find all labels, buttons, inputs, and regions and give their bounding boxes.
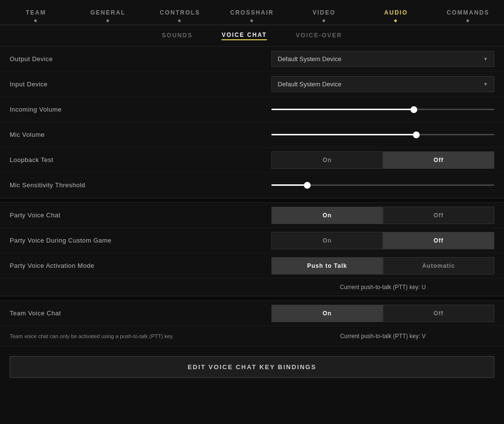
party-voice-custom-toggle: On Off xyxy=(271,232,494,249)
party-voice-activation-row: Party Voice Activation Mode Push to Talk… xyxy=(0,253,504,278)
party-voice-chat-toggle: On Off xyxy=(271,207,494,224)
slider-track-3 xyxy=(271,184,494,186)
nav-item-audio[interactable]: AUDIO xyxy=(360,0,432,25)
party-voice-chat-row: Party Voice Chat On Off xyxy=(0,203,504,228)
section-separator-1 xyxy=(0,198,504,203)
mic-volume-row: Mic Volume xyxy=(0,122,504,147)
party-voice-chat-label: Party Voice Chat xyxy=(10,212,271,219)
party-voice-activation-label: Party Voice Activation Mode xyxy=(10,262,271,269)
team-voice-on-button[interactable]: On xyxy=(271,305,383,322)
input-device-row: Input Device Default System Device ▼ xyxy=(0,72,504,97)
slider-track xyxy=(271,109,494,110)
team-voice-chat-row: Team Voice Chat On Off xyxy=(0,301,504,326)
nav-item-team[interactable]: TEAM xyxy=(0,0,72,25)
tab-voice-over[interactable]: VOICE-OVER xyxy=(296,32,342,40)
mic-sensitivity-label: Mic Sensitivity Threshold xyxy=(10,181,271,189)
push-to-talk-button[interactable]: Push to Talk xyxy=(271,257,383,275)
team-voice-note-label: Team voice chat can only be activated us… xyxy=(10,333,271,339)
dropdown-arrow-icon: ▼ xyxy=(483,56,488,62)
loopback-on-button[interactable]: On xyxy=(271,151,383,169)
slider-fill-3 xyxy=(271,184,307,186)
team-voice-chat-label: Team Voice Chat xyxy=(10,310,271,317)
input-device-label: Input Device xyxy=(10,81,271,88)
loopback-test-label: Loopback Test xyxy=(10,156,271,163)
slider-thumb-3[interactable] xyxy=(304,182,311,189)
nav-item-controls[interactable]: CONTROLS xyxy=(144,0,216,25)
output-device-label: Output Device xyxy=(10,55,271,63)
slider-thumb-2[interactable] xyxy=(413,131,420,138)
incoming-volume-slider[interactable] xyxy=(271,105,494,114)
nav-item-video[interactable]: VIDEO xyxy=(288,0,360,25)
incoming-volume-row: Incoming Volume xyxy=(0,97,504,122)
loopback-test-row: Loopback Test On Off xyxy=(0,147,504,173)
sub-navigation: SOUNDS VOICE CHAT VOICE-OVER xyxy=(0,25,504,47)
mic-volume-control xyxy=(271,130,494,140)
tab-sounds[interactable]: SOUNDS xyxy=(162,32,192,40)
team-voice-chat-toggle: On Off xyxy=(271,305,494,322)
settings-content: Output Device Default System Device ▼ In… xyxy=(0,47,504,346)
ptt-party-key-value: Current push-to-talk (PTT) key: U xyxy=(271,284,494,291)
party-voice-custom-on-button[interactable]: On xyxy=(271,232,383,249)
party-voice-custom-label: Party Voice During Custom Game xyxy=(10,237,271,244)
slider-thumb[interactable] xyxy=(410,106,417,113)
top-navigation: TEAM GENERAL CONTROLS CROSSHAIR VIDEO AU… xyxy=(0,0,504,25)
nav-item-commands[interactable]: COMMANDS xyxy=(432,0,504,25)
slider-track-2 xyxy=(271,134,494,135)
output-device-row: Output Device Default System Device ▼ xyxy=(0,47,504,72)
mic-sensitivity-row: Mic Sensitivity Threshold xyxy=(0,173,504,198)
loopback-test-control: On Off xyxy=(271,151,494,169)
tab-voice-chat[interactable]: VOICE CHAT xyxy=(221,32,267,40)
output-device-control: Default System Device ▼ xyxy=(271,51,494,67)
input-device-control: Default System Device ▼ xyxy=(271,76,494,92)
edit-voice-chat-key-bindings-button[interactable]: EDIT VOICE CHAT KEY BINDINGS xyxy=(10,356,494,378)
nav-item-crosshair[interactable]: CROSSHAIR xyxy=(216,0,288,25)
party-voice-chat-control: On Off xyxy=(271,207,494,224)
slider-fill-2 xyxy=(271,134,416,135)
mic-volume-slider[interactable] xyxy=(271,130,494,140)
party-voice-custom-row: Party Voice During Custom Game On Off xyxy=(0,228,504,253)
ptt-party-key-row: Current push-to-talk (PTT) key: U xyxy=(0,278,504,296)
party-voice-chat-on-button[interactable]: On xyxy=(271,207,383,224)
incoming-volume-control xyxy=(271,105,494,114)
party-voice-chat-off-button[interactable]: Off xyxy=(383,207,494,224)
mic-sensitivity-slider[interactable] xyxy=(271,180,494,190)
output-device-dropdown[interactable]: Default System Device ▼ xyxy=(271,51,494,67)
dropdown-arrow-icon-2: ▼ xyxy=(483,82,488,87)
mic-sensitivity-control xyxy=(271,180,494,190)
automatic-button[interactable]: Automatic xyxy=(383,257,494,275)
mic-volume-label: Mic Volume xyxy=(10,131,271,138)
party-voice-activation-toggle: Push to Talk Automatic xyxy=(271,257,494,275)
party-voice-custom-control: On Off xyxy=(271,232,494,249)
loopback-test-toggle: On Off xyxy=(271,151,494,169)
team-voice-off-button[interactable]: Off xyxy=(383,305,494,322)
party-voice-activation-control: Push to Talk Automatic xyxy=(271,257,494,275)
input-device-dropdown[interactable]: Default System Device ▼ xyxy=(271,76,494,92)
nav-item-general[interactable]: GENERAL xyxy=(72,0,144,25)
section-separator-2 xyxy=(0,296,504,301)
edit-button-container: EDIT VOICE CHAT KEY BINDINGS xyxy=(0,346,504,388)
incoming-volume-label: Incoming Volume xyxy=(10,106,271,113)
team-voice-note-row: Team voice chat can only be activated us… xyxy=(0,326,504,346)
slider-fill xyxy=(271,109,414,110)
team-voice-chat-control: On Off xyxy=(271,305,494,322)
loopback-off-button[interactable]: Off xyxy=(383,151,494,169)
ptt-team-key-value: Current push-to-talk (PTT) key: V xyxy=(271,333,494,340)
party-voice-custom-off-button[interactable]: Off xyxy=(383,232,494,249)
